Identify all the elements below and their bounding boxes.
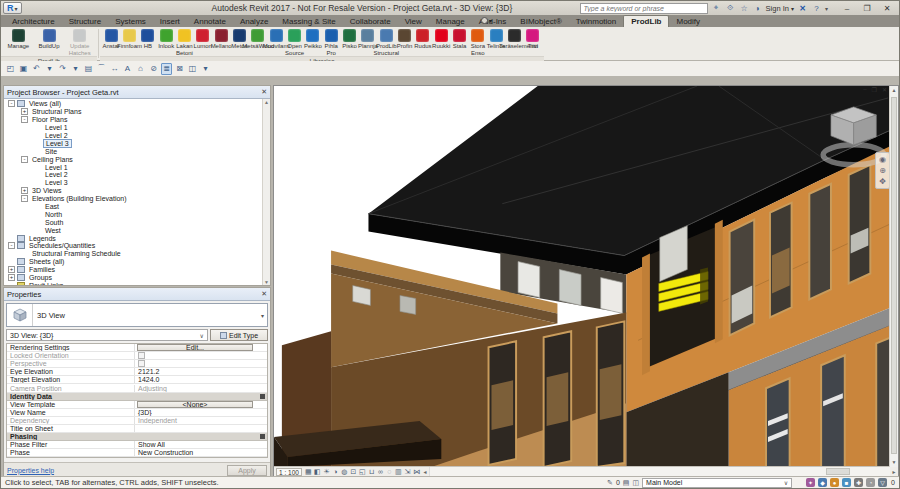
ribbon-button[interactable]: Lakan Betoni: [175, 28, 193, 56]
measure-icon[interactable]: ⌒: [96, 63, 107, 75]
scroll-left-icon[interactable]: ◄: [421, 469, 429, 475]
search-binoculars-icon[interactable]: ⌖: [711, 3, 722, 14]
drawing-area[interactable]: – ❐ ✕ ◉⊕✥ ▲ ▼ 1 : 100 ▦◧☀◑◍⊡◱⊔∞◌▥⇲⋈ ◄ ►: [273, 85, 899, 477]
property-row[interactable]: View Name {3D}: [7, 409, 267, 417]
ribbon-button[interactable]: Tiivi: [524, 28, 542, 50]
ribbon-display-toggle[interactable]: ▾: [481, 17, 492, 25]
ribbon-tab[interactable]: Modify: [669, 16, 707, 27]
ribbon-tab[interactable]: Annotate: [187, 16, 233, 27]
scrollbar-thumb[interactable]: [891, 97, 897, 454]
tree-expand-toggle[interactable]: +: [21, 187, 28, 194]
sun-path-icon[interactable]: ☀: [322, 467, 331, 476]
3d-view-canvas[interactable]: – ❐ ✕ ◉⊕✥ ▲ ▼: [274, 86, 898, 467]
ribbon-button[interactable]: Rudus: [414, 28, 432, 50]
ribbon-button[interactable]: Ruukki: [432, 28, 450, 50]
ribbon-button[interactable]: Open Source: [285, 28, 303, 56]
ribbon-button[interactable]: Mellano: [212, 28, 230, 50]
selection-filter-icon[interactable]: ▽: [878, 478, 887, 487]
tree-item[interactable]: Site: [4, 147, 262, 155]
undo-dropdown-icon[interactable]: ▾: [44, 63, 55, 75]
ribbon-button[interactable]: Pihla Pro: [322, 28, 340, 56]
redo-icon[interactable]: ↷: [57, 63, 68, 75]
temporary-view-properties-icon[interactable]: ▥: [394, 467, 403, 476]
tree-item[interactable]: - Schedules/Quantities: [4, 242, 262, 250]
ribbon-button[interactable]: Stala: [450, 28, 468, 50]
constraints-icon[interactable]: ⋈: [412, 467, 421, 476]
section-icon[interactable]: ⊘: [148, 63, 159, 75]
save-icon[interactable]: ▣: [18, 63, 29, 75]
property-row[interactable]: Phasing: [7, 433, 267, 441]
scroll-up-icon[interactable]: ▲: [890, 86, 898, 95]
close-button[interactable]: ✕: [877, 4, 897, 13]
tree-item[interactable]: + Groups: [4, 274, 262, 282]
open-icon[interactable]: ◰: [5, 63, 16, 75]
tree-expand-toggle[interactable]: -: [21, 116, 28, 123]
tree-item[interactable]: - Floor Plans: [4, 116, 262, 124]
switch-windows-dropdown-icon[interactable]: ▾: [200, 63, 211, 75]
property-row[interactable]: Phase Filter Show All: [7, 441, 267, 449]
ribbon-tab[interactable]: Collaborate: [343, 16, 398, 27]
properties-help-link[interactable]: Properties help: [7, 467, 54, 474]
close-icon[interactable]: ✕: [261, 88, 267, 96]
drag-elements-on-selection-icon[interactable]: ✚: [854, 478, 863, 487]
ribbon-button[interactable]: Stora Enso: [469, 28, 487, 56]
property-row[interactable]: Dependency Independent: [7, 417, 267, 425]
ribbon-tab[interactable]: Structure: [62, 16, 108, 27]
instance-combobox[interactable]: 3D View: {3D} ∨: [6, 329, 208, 341]
text-icon[interactable]: A: [122, 63, 133, 75]
properties-header[interactable]: Properties ✕: [4, 288, 270, 301]
ribbon-button[interactable]: Manage: [3, 28, 34, 50]
crop-view-icon[interactable]: ⊡: [349, 467, 358, 476]
view-close-button[interactable]: ✕: [882, 86, 887, 93]
ribbon-tab[interactable]: Insert: [153, 16, 187, 27]
tree-expand-toggle[interactable]: -: [8, 100, 15, 107]
tree-item[interactable]: East: [4, 203, 262, 211]
ribbon-button[interactable]: HB: [139, 28, 157, 50]
application-menu-button[interactable]: R ▾: [3, 2, 22, 14]
detail-level-icon[interactable]: ▦: [304, 467, 313, 476]
tree-item[interactable]: - Elevations (Building Elevation): [4, 195, 262, 203]
ribbon-button[interactable]: Peikko: [304, 28, 322, 50]
restore-button[interactable]: ❐: [857, 4, 877, 13]
property-row[interactable]: Phase New Construction: [7, 449, 267, 457]
select-elements-by-face-icon[interactable]: ■: [842, 478, 851, 487]
ribbon-button[interactable]: Teräselementti: [505, 28, 523, 50]
property-row[interactable]: Identity Data: [7, 393, 267, 401]
tree-item[interactable]: Sheets (all): [4, 258, 262, 266]
ribbon-tab[interactable]: View: [398, 16, 429, 27]
ribbon-tab[interactable]: Add-Ins: [472, 16, 514, 27]
ribbon-button[interactable]: Profin: [395, 28, 413, 50]
ribbon-button[interactable]: ProdLib Structural: [377, 28, 395, 56]
aligned-dimension-icon[interactable]: ↔: [109, 63, 120, 75]
rendering-dialog-icon[interactable]: ◍: [340, 467, 349, 476]
design-options-icon[interactable]: ◫: [632, 479, 639, 487]
tree-item[interactable]: Legends: [4, 234, 262, 242]
switch-windows-icon[interactable]: ◫: [187, 63, 198, 75]
property-row[interactable]: Perspective: [7, 360, 267, 368]
tree-item[interactable]: Level 3: [4, 179, 262, 187]
property-row[interactable]: Target Elevation 1424.0: [7, 376, 267, 384]
edit-type-button[interactable]: Edit Type: [210, 329, 268, 341]
tree-expand-toggle[interactable]: -: [21, 156, 28, 163]
project-browser-header[interactable]: Project Browser - Project Geta.rvt ✕: [4, 86, 270, 99]
shadows-icon[interactable]: ◑: [331, 467, 340, 476]
property-row[interactable]: Title on Sheet: [7, 425, 267, 433]
tree-expand-toggle[interactable]: -: [8, 242, 15, 249]
exchange-apps-icon[interactable]: ✕: [797, 3, 808, 14]
ribbon-button[interactable]: BuildUp: [34, 28, 65, 50]
tree-item[interactable]: Level 2: [4, 171, 262, 179]
scroll-down-icon[interactable]: ▼: [890, 458, 898, 467]
tree-expand-toggle[interactable]: -: [21, 195, 28, 202]
crop-region-visibility-icon[interactable]: ◱: [358, 467, 367, 476]
select-links-icon[interactable]: ✦: [806, 478, 815, 487]
print-icon[interactable]: ▤: [83, 63, 94, 75]
undo-icon[interactable]: ↶: [31, 63, 42, 75]
favorites-star-icon[interactable]: ☆: [739, 3, 750, 14]
property-row[interactable]: View Template <None>: [7, 401, 267, 409]
ribbon-tab[interactable]: Architecture: [5, 16, 62, 27]
ribbon-tab[interactable]: Manage: [429, 16, 472, 27]
tree-item[interactable]: + Structural Plans: [4, 108, 262, 116]
viewport-vertical-scrollbar[interactable]: ▲ ▼: [889, 86, 898, 467]
ribbon-button[interactable]: Inlook: [157, 28, 175, 50]
scale-button[interactable]: 1 : 100: [276, 468, 302, 476]
